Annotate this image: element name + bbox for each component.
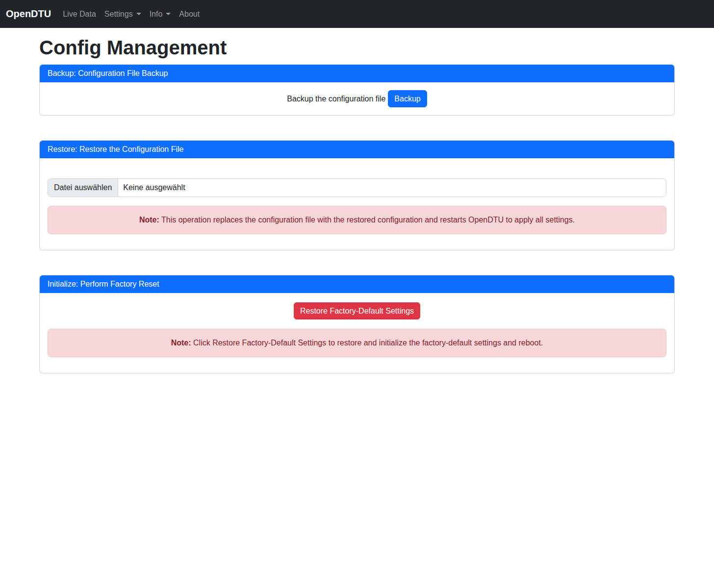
nav-item-about[interactable]: About [175, 6, 204, 23]
page-title: Config Management [39, 36, 675, 59]
nav-item-live-data-label: Live Data [63, 10, 96, 19]
initialize-note-label: Note: [171, 339, 191, 347]
backup-card: Backup: Configuration File Backup Backup… [39, 64, 675, 116]
backup-button[interactable]: Backup [388, 90, 427, 107]
main-content: Config Management Backup: Configuration … [33, 36, 681, 373]
restore-card: Restore: Restore the Configuration File … [39, 140, 675, 250]
initialize-card-header: Initialize: Perform Factory Reset [40, 275, 674, 293]
nav-item-settings-label: Settings [104, 10, 133, 19]
restore-note-label: Note: [139, 216, 159, 224]
restore-note-alert: Note: This operation replaces the config… [48, 206, 666, 234]
initialize-card: Initialize: Perform Factory Reset Restor… [39, 275, 675, 373]
file-status-text: Keine ausgewählt [118, 179, 185, 196]
chevron-down-icon [166, 13, 171, 15]
restore-note-text: This operation replaces the configuratio… [159, 216, 575, 224]
config-file-input[interactable]: Datei auswählen Keine ausgewählt [48, 178, 666, 197]
restore-card-header: Restore: Restore the Configuration File [40, 141, 674, 158]
brand-opendtu[interactable]: OpenDTU [6, 8, 51, 20]
backup-card-body: Backup the configuration file Backup [40, 82, 674, 115]
factory-reset-button[interactable]: Restore Factory-Default Settings [294, 302, 420, 319]
initialize-note-text: Click Restore Factory-Default Settings t… [191, 339, 543, 347]
file-choose-button[interactable]: Datei auswählen [48, 179, 118, 196]
nav-item-about-label: About [179, 10, 200, 19]
backup-row: Backup the configuration file Backup [48, 90, 666, 107]
restore-card-body: Datei auswählen Keine ausgewählt Note: T… [40, 158, 674, 250]
navbar: OpenDTU Live Data Settings Info About [0, 0, 714, 28]
nav-item-info[interactable]: Info [146, 6, 175, 23]
nav-item-info-label: Info [150, 10, 163, 19]
chevron-down-icon [136, 13, 141, 15]
factory-reset-row: Restore Factory-Default Settings [48, 302, 666, 319]
backup-card-header: Backup: Configuration File Backup [40, 65, 674, 82]
initialize-card-body: Restore Factory-Default Settings Note: C… [40, 293, 674, 373]
nav-item-settings[interactable]: Settings [101, 6, 145, 23]
initialize-note-alert: Note: Click Restore Factory-Default Sett… [48, 329, 666, 357]
backup-label: Backup the configuration file [287, 94, 385, 104]
nav-item-live-data[interactable]: Live Data [59, 6, 100, 23]
nav-menu: Live Data Settings Info About [59, 6, 204, 23]
